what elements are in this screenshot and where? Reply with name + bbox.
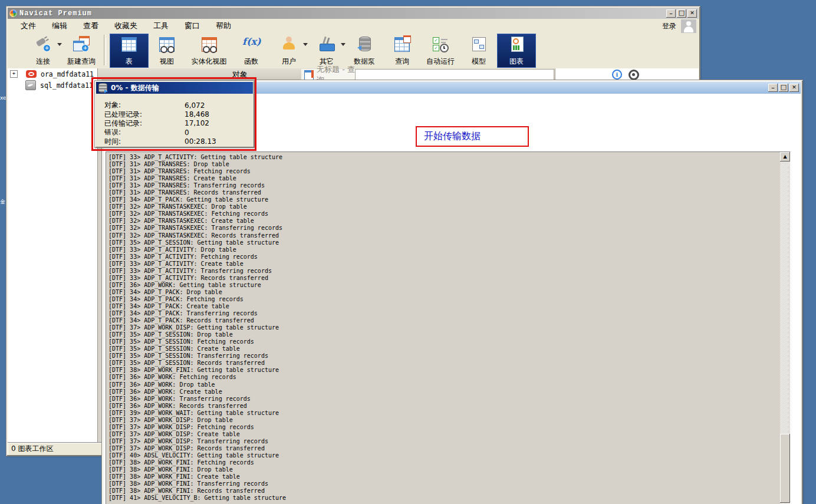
- chevron-down-icon[interactable]: [303, 43, 308, 48]
- desktop-fragment-0: xe: [0, 95, 6, 101]
- toolbar-button-label: 函数: [244, 57, 258, 67]
- user-icon: [279, 35, 299, 54]
- view-icon: [157, 35, 177, 54]
- toolbar-button-label: 连接: [36, 57, 50, 67]
- maximize-button[interactable]: [677, 9, 686, 18]
- navicat-logo-icon: [9, 9, 17, 17]
- sidebar-connection-ora_mdfdata11[interactable]: ora_mdfdata11: [8, 68, 97, 80]
- menu-item-tools[interactable]: 工具: [153, 21, 169, 31]
- connection-name: sql_mdfdata11: [40, 81, 93, 90]
- info-icon[interactable]: [612, 70, 622, 80]
- toolbar-button-query[interactable]: 查询: [383, 34, 421, 67]
- menu-item-window[interactable]: 窗口: [185, 21, 200, 31]
- transfer-stats: 对象:6,072已处理记录:18,468已传输记录:17,102错误:0时间:0…: [104, 101, 251, 146]
- desktop: { "desktop": { "fragments": [ {"text": "…: [0, 0, 816, 504]
- stat-row-time: 时间:00:28.13: [104, 137, 251, 146]
- close-button[interactable]: [687, 9, 697, 18]
- toolbar-button-automation[interactable]: 自动运行: [421, 34, 460, 67]
- filter-input[interactable]: [355, 69, 554, 81]
- transfer-dialog-title-bar[interactable]: 0% - 数据传输: [96, 82, 253, 94]
- toolbar-button-materialized-view[interactable]: 实体化视图: [186, 34, 232, 67]
- toolbar-button-label: 视图: [160, 57, 174, 67]
- query-tab-icon: [304, 70, 314, 80]
- toolbar-button-charts[interactable]: 图表: [498, 34, 535, 67]
- main-title-bar[interactable]: Navicat Premium: [8, 8, 699, 19]
- desktop-fragment-1: 金: [0, 199, 5, 205]
- data-transfer-icon: [98, 83, 107, 93]
- scroll-up-arrow-icon[interactable]: [780, 152, 790, 162]
- login-area[interactable]: 登录: [662, 19, 696, 33]
- query-icon: [392, 35, 412, 54]
- chevron-down-icon[interactable]: [57, 43, 62, 48]
- eye-icon[interactable]: [629, 70, 639, 80]
- maximize-button[interactable]: [779, 84, 788, 92]
- transfer-dialog-title: 0% - 数据传输: [111, 83, 159, 93]
- menu-item-help[interactable]: 帮助: [216, 21, 231, 31]
- user-avatar-icon[interactable]: [681, 19, 696, 33]
- transfer-log-box[interactable]: [DTF] 33> ADP_T_ACTIVITY: Getting table …: [106, 151, 791, 504]
- toolbar-button-label: 实体化视图: [192, 57, 227, 67]
- scrollbar-thumb[interactable]: [780, 434, 790, 503]
- expand-plus-icon[interactable]: [10, 70, 18, 78]
- menu-item-favorites[interactable]: 收藏夹: [114, 21, 137, 31]
- tab-objects[interactable]: 对象: [232, 68, 248, 81]
- others-icon: [317, 35, 337, 54]
- function-icon: [241, 35, 261, 54]
- oracle-connection-icon: [26, 70, 37, 78]
- toolbar-button-label: 表: [126, 57, 133, 67]
- automation-icon: [430, 35, 450, 54]
- toolbar-button-function[interactable]: 函数: [232, 34, 270, 67]
- charts-icon: [506, 35, 527, 54]
- stat-row-records-processed: 已处理记录:18,468: [104, 110, 251, 118]
- toolbar-button-label: 查询: [395, 57, 409, 67]
- login-label[interactable]: 登录: [662, 21, 676, 31]
- menu-item-edit[interactable]: 编辑: [52, 21, 67, 31]
- toolbar-button-data-pump[interactable]: 数据泵: [346, 34, 383, 67]
- tab-right-panel: [555, 68, 699, 81]
- data-pump-icon: [354, 35, 374, 54]
- data-transfer-dialog: 0% - 数据传输 对象:6,072已处理记录:18,468已传输记录:17,1…: [94, 80, 255, 148]
- transfer-log-text: [DTF] 33> ADP_T_ACTIVITY: Getting table …: [108, 154, 778, 504]
- toolbar-button-table[interactable]: 表: [110, 34, 148, 67]
- sidebar-connection-sql_mdfdata11[interactable]: sql_mdfdata11: [8, 80, 97, 91]
- menu-item-file[interactable]: 文件: [21, 21, 36, 31]
- connection-name: ora_mdfdata11: [41, 70, 94, 78]
- materialized-view-icon: [199, 35, 219, 54]
- minimize-button[interactable]: [768, 84, 778, 92]
- tab-untitled-query[interactable]: 无标题 - 查询: [301, 69, 358, 81]
- toolbar-button-label: 用户: [282, 57, 296, 67]
- toolbar-button-label: 模型: [472, 57, 486, 67]
- log-window-client: [DTF] 33> ADP_T_ACTIVITY: Getting table …: [104, 94, 801, 504]
- new-query-icon: [71, 35, 91, 54]
- toolbar-button-user[interactable]: 用户: [270, 34, 308, 67]
- toolbar-button-label: 自动运行: [426, 57, 455, 67]
- log-window-controls: [768, 84, 799, 92]
- stat-row-records-transferred: 已传输记录:17,102: [104, 119, 251, 128]
- log-scrollbar[interactable]: [780, 152, 790, 504]
- toolbar-separator: [104, 35, 106, 65]
- stat-value: 17,102: [185, 119, 209, 127]
- table-icon: [119, 35, 139, 54]
- window-title: Navicat Premium: [19, 9, 92, 18]
- connection-sidebar: ora_mdfdata11sql_mdfdata11: [8, 68, 98, 454]
- model-icon: [469, 35, 489, 54]
- menu-item-view[interactable]: 查看: [83, 21, 98, 31]
- stat-value: 6,072: [185, 101, 205, 110]
- menu-bar: 文件编辑查看收藏夹工具窗口帮助: [8, 19, 699, 33]
- stat-value: 00:28.13: [185, 137, 216, 146]
- minimize-button[interactable]: [666, 9, 676, 18]
- toolbar-button-connection[interactable]: 连接: [24, 34, 62, 67]
- stat-row-errors: 错误:0: [104, 128, 251, 137]
- stat-row-objects: 对象:6,072: [104, 101, 251, 110]
- sqlserver-connection-icon: [25, 80, 36, 90]
- close-button[interactable]: [789, 84, 799, 92]
- toolbar-button-label: 新建查询: [67, 57, 96, 67]
- stat-value: 18,468: [185, 110, 209, 118]
- toolbar-button-new-query[interactable]: 新建查询: [62, 34, 101, 67]
- toolbar-button-label: 图表: [509, 57, 524, 67]
- stat-label: 时间:: [104, 137, 185, 147]
- toolbar-button-others[interactable]: 其它: [308, 34, 346, 67]
- toolbar-button-view[interactable]: 视图: [148, 34, 186, 67]
- toolbar-button-model[interactable]: 模型: [460, 34, 498, 67]
- chevron-down-icon[interactable]: [341, 43, 346, 48]
